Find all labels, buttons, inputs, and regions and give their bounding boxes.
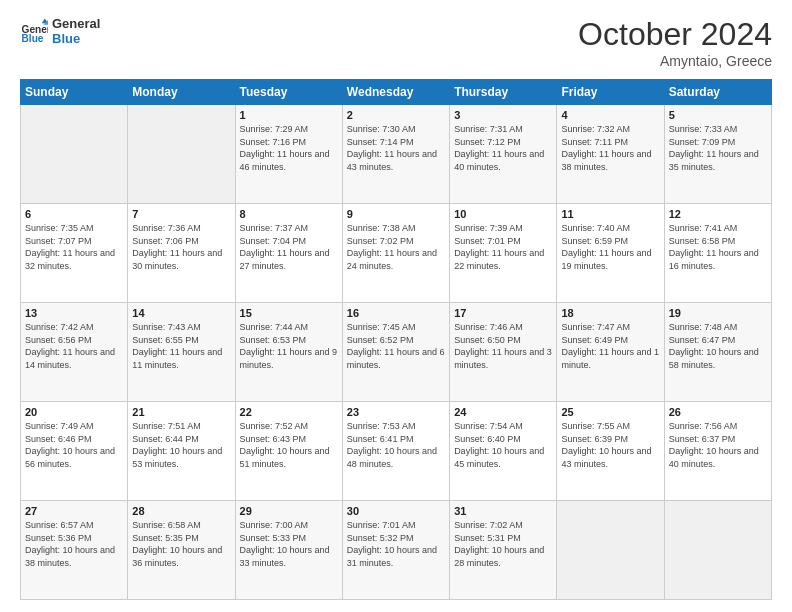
day-number: 3 bbox=[454, 109, 552, 121]
table-row bbox=[557, 501, 664, 600]
logo-icon: General Blue bbox=[20, 17, 48, 45]
table-row: 8 Sunrise: 7:37 AM Sunset: 7:04 PM Dayli… bbox=[235, 204, 342, 303]
header-friday: Friday bbox=[557, 80, 664, 105]
day-info: Sunrise: 7:52 AM Sunset: 6:43 PM Dayligh… bbox=[240, 420, 338, 470]
day-number: 7 bbox=[132, 208, 230, 220]
header-wednesday: Wednesday bbox=[342, 80, 449, 105]
table-row: 11 Sunrise: 7:40 AM Sunset: 6:59 PM Dayl… bbox=[557, 204, 664, 303]
day-number: 16 bbox=[347, 307, 445, 319]
day-number: 19 bbox=[669, 307, 767, 319]
day-number: 23 bbox=[347, 406, 445, 418]
page: General Blue General Blue October 2024 A… bbox=[0, 0, 792, 612]
header-tuesday: Tuesday bbox=[235, 80, 342, 105]
day-number: 8 bbox=[240, 208, 338, 220]
header-thursday: Thursday bbox=[450, 80, 557, 105]
day-number: 10 bbox=[454, 208, 552, 220]
day-info: Sunrise: 7:00 AM Sunset: 5:33 PM Dayligh… bbox=[240, 519, 338, 569]
table-row: 12 Sunrise: 7:41 AM Sunset: 6:58 PM Dayl… bbox=[664, 204, 771, 303]
day-info: Sunrise: 7:35 AM Sunset: 7:07 PM Dayligh… bbox=[25, 222, 123, 272]
table-row bbox=[664, 501, 771, 600]
day-info: Sunrise: 7:43 AM Sunset: 6:55 PM Dayligh… bbox=[132, 321, 230, 371]
table-row: 9 Sunrise: 7:38 AM Sunset: 7:02 PM Dayli… bbox=[342, 204, 449, 303]
table-row: 28 Sunrise: 6:58 AM Sunset: 5:35 PM Dayl… bbox=[128, 501, 235, 600]
table-row: 13 Sunrise: 7:42 AM Sunset: 6:56 PM Dayl… bbox=[21, 303, 128, 402]
table-row: 25 Sunrise: 7:55 AM Sunset: 6:39 PM Dayl… bbox=[557, 402, 664, 501]
day-info: Sunrise: 7:01 AM Sunset: 5:32 PM Dayligh… bbox=[347, 519, 445, 569]
calendar-table: Sunday Monday Tuesday Wednesday Thursday… bbox=[20, 79, 772, 600]
table-row: 15 Sunrise: 7:44 AM Sunset: 6:53 PM Dayl… bbox=[235, 303, 342, 402]
table-row: 29 Sunrise: 7:00 AM Sunset: 5:33 PM Dayl… bbox=[235, 501, 342, 600]
day-number: 13 bbox=[25, 307, 123, 319]
table-row: 10 Sunrise: 7:39 AM Sunset: 7:01 PM Dayl… bbox=[450, 204, 557, 303]
day-info: Sunrise: 7:30 AM Sunset: 7:14 PM Dayligh… bbox=[347, 123, 445, 173]
day-number: 18 bbox=[561, 307, 659, 319]
day-number: 31 bbox=[454, 505, 552, 517]
day-info: Sunrise: 7:51 AM Sunset: 6:44 PM Dayligh… bbox=[132, 420, 230, 470]
month-title: October 2024 bbox=[578, 16, 772, 53]
table-row: 30 Sunrise: 7:01 AM Sunset: 5:32 PM Dayl… bbox=[342, 501, 449, 600]
table-row bbox=[21, 105, 128, 204]
day-number: 25 bbox=[561, 406, 659, 418]
day-number: 4 bbox=[561, 109, 659, 121]
location: Amyntaio, Greece bbox=[578, 53, 772, 69]
day-number: 9 bbox=[347, 208, 445, 220]
day-number: 30 bbox=[347, 505, 445, 517]
table-row: 4 Sunrise: 7:32 AM Sunset: 7:11 PM Dayli… bbox=[557, 105, 664, 204]
table-row bbox=[128, 105, 235, 204]
day-info: Sunrise: 7:44 AM Sunset: 6:53 PM Dayligh… bbox=[240, 321, 338, 371]
day-info: Sunrise: 7:38 AM Sunset: 7:02 PM Dayligh… bbox=[347, 222, 445, 272]
day-number: 11 bbox=[561, 208, 659, 220]
calendar-week-1: 1 Sunrise: 7:29 AM Sunset: 7:16 PM Dayli… bbox=[21, 105, 772, 204]
day-info: Sunrise: 7:31 AM Sunset: 7:12 PM Dayligh… bbox=[454, 123, 552, 173]
table-row: 2 Sunrise: 7:30 AM Sunset: 7:14 PM Dayli… bbox=[342, 105, 449, 204]
table-row: 16 Sunrise: 7:45 AM Sunset: 6:52 PM Dayl… bbox=[342, 303, 449, 402]
table-row: 24 Sunrise: 7:54 AM Sunset: 6:40 PM Dayl… bbox=[450, 402, 557, 501]
day-number: 20 bbox=[25, 406, 123, 418]
table-row: 19 Sunrise: 7:48 AM Sunset: 6:47 PM Dayl… bbox=[664, 303, 771, 402]
day-number: 26 bbox=[669, 406, 767, 418]
day-number: 29 bbox=[240, 505, 338, 517]
day-number: 1 bbox=[240, 109, 338, 121]
table-row: 22 Sunrise: 7:52 AM Sunset: 6:43 PM Dayl… bbox=[235, 402, 342, 501]
table-row: 26 Sunrise: 7:56 AM Sunset: 6:37 PM Dayl… bbox=[664, 402, 771, 501]
logo: General Blue General Blue bbox=[20, 16, 100, 46]
day-number: 12 bbox=[669, 208, 767, 220]
day-info: Sunrise: 7:36 AM Sunset: 7:06 PM Dayligh… bbox=[132, 222, 230, 272]
day-info: Sunrise: 7:02 AM Sunset: 5:31 PM Dayligh… bbox=[454, 519, 552, 569]
day-info: Sunrise: 6:57 AM Sunset: 5:36 PM Dayligh… bbox=[25, 519, 123, 569]
header-saturday: Saturday bbox=[664, 80, 771, 105]
day-info: Sunrise: 7:32 AM Sunset: 7:11 PM Dayligh… bbox=[561, 123, 659, 173]
calendar-week-4: 20 Sunrise: 7:49 AM Sunset: 6:46 PM Dayl… bbox=[21, 402, 772, 501]
day-info: Sunrise: 7:56 AM Sunset: 6:37 PM Dayligh… bbox=[669, 420, 767, 470]
day-info: Sunrise: 7:29 AM Sunset: 7:16 PM Dayligh… bbox=[240, 123, 338, 173]
day-info: Sunrise: 7:42 AM Sunset: 6:56 PM Dayligh… bbox=[25, 321, 123, 371]
title-block: October 2024 Amyntaio, Greece bbox=[578, 16, 772, 69]
day-info: Sunrise: 7:48 AM Sunset: 6:47 PM Dayligh… bbox=[669, 321, 767, 371]
table-row: 18 Sunrise: 7:47 AM Sunset: 6:49 PM Dayl… bbox=[557, 303, 664, 402]
day-info: Sunrise: 7:46 AM Sunset: 6:50 PM Dayligh… bbox=[454, 321, 552, 371]
logo-text: General Blue bbox=[52, 16, 100, 46]
calendar-header-row: Sunday Monday Tuesday Wednesday Thursday… bbox=[21, 80, 772, 105]
day-number: 27 bbox=[25, 505, 123, 517]
day-info: Sunrise: 7:54 AM Sunset: 6:40 PM Dayligh… bbox=[454, 420, 552, 470]
day-info: Sunrise: 7:40 AM Sunset: 6:59 PM Dayligh… bbox=[561, 222, 659, 272]
header: General Blue General Blue October 2024 A… bbox=[20, 16, 772, 69]
table-row: 23 Sunrise: 7:53 AM Sunset: 6:41 PM Dayl… bbox=[342, 402, 449, 501]
table-row: 27 Sunrise: 6:57 AM Sunset: 5:36 PM Dayl… bbox=[21, 501, 128, 600]
calendar-week-3: 13 Sunrise: 7:42 AM Sunset: 6:56 PM Dayl… bbox=[21, 303, 772, 402]
table-row: 20 Sunrise: 7:49 AM Sunset: 6:46 PM Dayl… bbox=[21, 402, 128, 501]
table-row: 3 Sunrise: 7:31 AM Sunset: 7:12 PM Dayli… bbox=[450, 105, 557, 204]
day-number: 22 bbox=[240, 406, 338, 418]
day-info: Sunrise: 6:58 AM Sunset: 5:35 PM Dayligh… bbox=[132, 519, 230, 569]
day-number: 17 bbox=[454, 307, 552, 319]
table-row: 21 Sunrise: 7:51 AM Sunset: 6:44 PM Dayl… bbox=[128, 402, 235, 501]
day-number: 21 bbox=[132, 406, 230, 418]
header-sunday: Sunday bbox=[21, 80, 128, 105]
day-number: 14 bbox=[132, 307, 230, 319]
table-row: 5 Sunrise: 7:33 AM Sunset: 7:09 PM Dayli… bbox=[664, 105, 771, 204]
table-row: 14 Sunrise: 7:43 AM Sunset: 6:55 PM Dayl… bbox=[128, 303, 235, 402]
calendar-week-2: 6 Sunrise: 7:35 AM Sunset: 7:07 PM Dayli… bbox=[21, 204, 772, 303]
table-row: 17 Sunrise: 7:46 AM Sunset: 6:50 PM Dayl… bbox=[450, 303, 557, 402]
day-number: 24 bbox=[454, 406, 552, 418]
day-number: 6 bbox=[25, 208, 123, 220]
